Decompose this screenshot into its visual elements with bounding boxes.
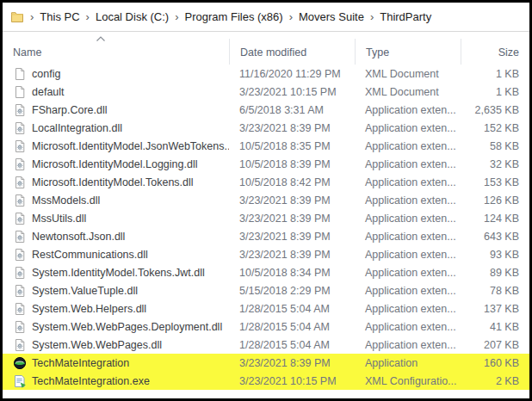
file-date-modified: 1/28/2015 5:04 AM bbox=[229, 339, 355, 351]
address-bar[interactable]: ›This PC›Local Disk (C:)›Program Files (… bbox=[3, 3, 529, 32]
file-date-modified: 10/5/2018 8:34 PM bbox=[229, 267, 355, 279]
column-header-size[interactable]: Size bbox=[461, 39, 529, 65]
file-date-modified: 3/23/2021 8:39 PM bbox=[229, 249, 355, 261]
column-header-type[interactable]: Type bbox=[355, 39, 461, 65]
file-date-modified: 3/23/2021 8:39 PM bbox=[229, 122, 355, 134]
file-size: 1 KB bbox=[461, 68, 529, 80]
file-size: 137 KB bbox=[461, 303, 529, 315]
file-name: Microsoft.IdentityModel.Logging.dll bbox=[32, 158, 197, 170]
breadcrumb-item[interactable]: Local Disk (C:) bbox=[96, 10, 169, 23]
breadcrumb-chevron-icon[interactable]: › bbox=[80, 11, 96, 22]
dll-icon bbox=[13, 157, 27, 171]
file-name: System.Web.WebPages.Deployment.dll bbox=[32, 321, 222, 333]
file-size: 32 KB bbox=[461, 158, 529, 170]
file-type: Application exten... bbox=[355, 104, 461, 116]
breadcrumb-chevron-icon[interactable]: › bbox=[364, 11, 380, 22]
file-type: Application exten... bbox=[355, 339, 461, 351]
file-row[interactable]: Newtonsoft.Json.dll 3/23/2021 8:39 PM Ap… bbox=[3, 227, 529, 245]
file-row[interactable]: MssModels.dll 3/23/2021 8:39 PM Applicat… bbox=[3, 191, 529, 209]
file-row[interactable]: Microsoft.IdentityModel.Logging.dll 10/5… bbox=[3, 155, 529, 173]
file-size: 78 KB bbox=[461, 285, 529, 297]
column-header-name[interactable]: Name bbox=[3, 46, 229, 65]
file-name: Microsoft.IdentityModel.Tokens.dll bbox=[32, 176, 194, 188]
file-row[interactable]: LocalIntegration.dll 3/23/2021 8:39 PM A… bbox=[3, 119, 529, 137]
explorer-window: ›This PC›Local Disk (C:)›Program Files (… bbox=[0, 0, 532, 401]
file-type: Application exten... bbox=[355, 158, 461, 170]
file-date-modified: 10/5/2018 8:35 PM bbox=[229, 140, 355, 152]
column-header-row: Name Date modified Type Size bbox=[3, 32, 529, 65]
dll-icon bbox=[13, 212, 27, 225]
file-type: Application exten... bbox=[355, 285, 461, 297]
column-header-date-modified[interactable]: Date modified bbox=[229, 39, 355, 65]
dll-icon bbox=[13, 121, 27, 135]
file-size: 124 KB bbox=[461, 213, 529, 225]
file-row[interactable]: System.Web.Helpers.dll 1/28/2015 5:04 AM… bbox=[3, 299, 529, 318]
xml-doc-icon bbox=[13, 85, 27, 99]
file-type: Application exten... bbox=[355, 122, 461, 134]
dll-icon bbox=[13, 284, 27, 298]
file-name: LocalIntegration.dll bbox=[32, 122, 122, 134]
file-date-modified: 3/23/2021 10:15 PM bbox=[229, 375, 355, 387]
file-row[interactable]: MssUtils.dll 3/23/2021 8:39 PM Applicati… bbox=[3, 209, 529, 227]
breadcrumb-item[interactable]: ThirdParty bbox=[380, 10, 431, 23]
breadcrumb-chevron-icon[interactable]: › bbox=[24, 11, 40, 22]
dll-icon bbox=[13, 320, 27, 334]
file-list: config 11/16/2020 11:29 PM XML Document … bbox=[3, 65, 529, 390]
file-size: 207 KB bbox=[461, 339, 529, 351]
file-name: RestCommunications.dll bbox=[32, 249, 148, 261]
file-name: System.IdentityModel.Tokens.Jwt.dll bbox=[32, 267, 205, 279]
sort-ascending-icon[interactable] bbox=[96, 36, 106, 42]
file-row[interactable]: default 3/23/2021 10:15 PM XML Document … bbox=[3, 83, 529, 101]
file-size: 58 KB bbox=[461, 140, 529, 152]
file-name: TechMateIntegration.exe bbox=[32, 375, 150, 387]
file-name: System.ValueTuple.dll bbox=[32, 285, 138, 297]
dll-icon bbox=[13, 248, 27, 262]
file-row[interactable]: System.ValueTuple.dll 5/15/2018 2:29 PM … bbox=[3, 281, 529, 299]
xml-config-icon bbox=[13, 374, 27, 388]
file-type: XML Document bbox=[355, 68, 461, 80]
file-size: 2,635 KB bbox=[461, 104, 529, 116]
file-row[interactable]: System.IdentityModel.Tokens.Jwt.dll 10/5… bbox=[3, 263, 529, 281]
file-type: Application exten... bbox=[355, 194, 461, 207]
file-type: Application exten... bbox=[355, 231, 461, 243]
dll-icon bbox=[13, 338, 27, 352]
file-row[interactable]: RestCommunications.dll 3/23/2021 8:39 PM… bbox=[3, 245, 529, 263]
file-row[interactable]: System.Web.WebPages.Deployment.dll 1/28/… bbox=[3, 318, 529, 336]
file-name: System.Web.WebPages.dll bbox=[32, 339, 162, 351]
file-row[interactable]: config 11/16/2020 11:29 PM XML Document … bbox=[3, 65, 529, 83]
breadcrumb: ›This PC›Local Disk (C:)›Program Files (… bbox=[24, 10, 431, 23]
file-name: FSharp.Core.dll bbox=[32, 104, 108, 116]
file-name: MssUtils.dll bbox=[32, 213, 86, 225]
dll-icon bbox=[13, 230, 27, 244]
xml-doc-icon bbox=[13, 67, 27, 81]
breadcrumb-item[interactable]: Movers Suite bbox=[299, 10, 364, 23]
file-row[interactable]: Microsoft.IdentityModel.JsonWebTokens...… bbox=[3, 137, 529, 155]
file-date-modified: 3/23/2021 8:39 PM bbox=[229, 213, 355, 225]
breadcrumb-chevron-icon[interactable]: › bbox=[283, 11, 299, 22]
file-type: XML Document bbox=[355, 86, 461, 98]
file-name: TechMateIntegration bbox=[32, 357, 129, 369]
file-size: 2 KB bbox=[461, 375, 529, 387]
file-row[interactable]: Microsoft.IdentityModel.Tokens.dll 10/5/… bbox=[3, 173, 529, 191]
file-date-modified: 10/5/2018 8:39 PM bbox=[229, 158, 355, 170]
file-type: Application exten... bbox=[355, 176, 461, 188]
file-size: 41 KB bbox=[461, 321, 529, 333]
breadcrumb-item[interactable]: This PC bbox=[40, 10, 79, 23]
file-row[interactable]: TechMateIntegration.exe 3/23/2021 10:15 … bbox=[3, 372, 529, 390]
dll-icon bbox=[13, 302, 27, 316]
file-row[interactable]: FSharp.Core.dll 6/5/2018 3:31 AM Applica… bbox=[3, 101, 529, 119]
file-type: Application exten... bbox=[355, 249, 461, 261]
breadcrumb-item[interactable]: Program Files (x86) bbox=[185, 10, 283, 23]
file-name: config bbox=[32, 68, 60, 80]
file-type: Application exten... bbox=[355, 267, 461, 279]
file-type: Application bbox=[355, 357, 461, 369]
file-date-modified: 1/28/2015 5:04 AM bbox=[229, 321, 355, 333]
file-row[interactable]: TechMateIntegration 3/23/2021 8:39 PM Ap… bbox=[3, 354, 529, 372]
file-type: XML Configuratio... bbox=[355, 375, 461, 387]
file-name: default bbox=[32, 86, 65, 98]
dll-icon bbox=[13, 194, 27, 207]
dll-icon bbox=[13, 139, 27, 153]
breadcrumb-chevron-icon[interactable]: › bbox=[169, 11, 184, 22]
file-row[interactable]: System.Web.WebPages.dll 1/28/2015 5:04 A… bbox=[3, 336, 529, 354]
file-type: Application exten... bbox=[355, 303, 461, 315]
